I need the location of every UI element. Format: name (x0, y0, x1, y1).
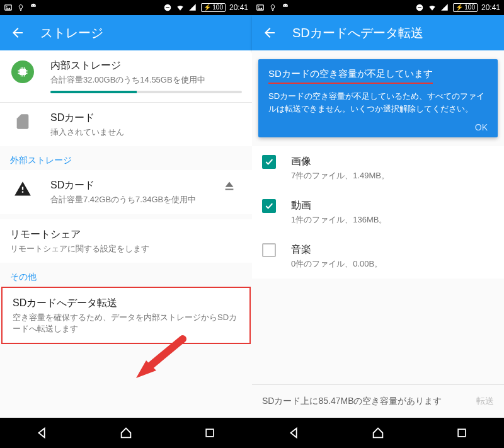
remote-title: リモートシェア (10, 228, 242, 241)
svg-rect-13 (418, 7, 421, 8)
android-icon (281, 3, 290, 12)
transfer-sub: 空き容量を確保するため、データを内部ストレージからSDカードへ転送します (13, 312, 239, 334)
svg-point-11 (286, 5, 287, 6)
svg-rect-6 (20, 69, 26, 75)
nav-back[interactable] (33, 424, 51, 442)
statusbar: ⚡100 20:41 (0, 0, 252, 15)
svg-rect-7 (206, 429, 214, 437)
content: SDカードの空き容量が不足しています SDカードの空き容量が不足しているため、す… (252, 50, 504, 418)
wifi-icon (428, 3, 437, 12)
footer-text: SDカード上に85.47MBの空き容量があります (262, 395, 469, 408)
video-title: 動画 (291, 199, 494, 212)
svg-point-3 (34, 5, 35, 6)
picture-icon (256, 3, 265, 12)
eject-button[interactable] (217, 179, 242, 193)
checkbox-video[interactable] (262, 199, 276, 213)
wifi-icon (176, 3, 185, 12)
dnd-icon (163, 3, 172, 12)
internal-progress (50, 91, 242, 93)
svg-rect-5 (166, 7, 169, 8)
navbar (0, 418, 252, 448)
checkbox-images[interactable] (262, 155, 276, 169)
warning-banner: SDカードの空き容量が不足しています SDカードの空き容量が不足しているため、す… (258, 59, 498, 137)
footer: SDカード上に85.47MBの空き容量があります 転送 (252, 384, 504, 418)
warning-icon (14, 180, 32, 198)
banner-title: SDカードの空き容量が不足しています (268, 68, 433, 84)
lightbulb-icon (268, 3, 277, 12)
images-sub: 7件のファイル、1.49MB。 (291, 170, 494, 181)
internal-title: 内部ストレージ (50, 59, 242, 72)
transfer-row[interactable]: SDカードへデータ転送 空き容量を確保するため、データを内部ストレージからSDカ… (3, 288, 249, 343)
content: 内部ストレージ 合計容量32.00GBのうち14.55GBを使用中 SDカード … (0, 50, 252, 418)
remote-sub: リモートシェアに関する設定をします (10, 243, 242, 255)
sd-ext-title: SDカード (50, 179, 202, 192)
section-external: 外部ストレージ (0, 146, 252, 170)
section-other: その他 (0, 263, 252, 287)
highlight-annotation: SDカードへデータ転送 空き容量を確保するため、データを内部ストレージからSDカ… (1, 287, 251, 344)
internal-storage-row[interactable]: 内部ストレージ 合計容量32.00GBのうち14.55GBを使用中 (0, 50, 252, 102)
page-title: SDカードへデータ転送 (292, 25, 423, 42)
battery-icon: ⚡100 (453, 3, 478, 12)
battery-text: 100 (464, 4, 475, 11)
svg-point-2 (32, 5, 33, 6)
clock: 20:41 (481, 3, 500, 12)
transfer-title: SDカードへデータ転送 (13, 297, 239, 310)
clock: 20:41 (229, 3, 248, 12)
screen-storage: ⚡100 20:41 ストレージ 内部ストレージ 合計容量32.00GBのうち1… (0, 0, 252, 448)
video-sub: 1件のファイル、136MB。 (291, 214, 494, 226)
dnd-icon (415, 3, 424, 12)
sd-empty-sub: 挿入されていません (50, 127, 242, 138)
item-video[interactable]: 動画 1件のファイル、136MB。 (252, 190, 504, 234)
picture-icon (4, 3, 13, 12)
checkbox-music[interactable] (262, 243, 276, 257)
banner-ok-button[interactable]: OK (268, 115, 488, 132)
nav-back[interactable] (285, 424, 303, 442)
back-button[interactable] (10, 25, 25, 40)
music-title: 音楽 (291, 243, 494, 256)
svg-point-9 (258, 6, 260, 8)
banner-message: SDカードの空き容量が不足しているため、すべてのファイルは転送できません。いくつ… (268, 90, 488, 115)
sd-ext-sub: 合計容量7.42GBのうち7.34GBを使用中 (50, 194, 202, 205)
nav-home[interactable] (369, 424, 387, 442)
navbar (252, 418, 504, 448)
svg-rect-14 (458, 429, 466, 437)
sd-empty-row[interactable]: SDカード 挿入されていません (0, 103, 252, 147)
sd-icon (14, 113, 32, 130)
transfer-button[interactable]: 転送 (476, 396, 494, 407)
battery-text: 100 (212, 4, 223, 11)
remote-share-row[interactable]: リモートシェア リモートシェアに関する設定をします (0, 219, 252, 263)
signal-icon (188, 3, 197, 12)
images-title: 画像 (291, 155, 494, 168)
sd-empty-title: SDカード (50, 112, 242, 125)
signal-icon (440, 3, 449, 12)
nav-recent[interactable] (201, 424, 219, 442)
page-title: ストレージ (40, 25, 103, 42)
sd-external-row[interactable]: SDカード 合計容量7.42GBのうち7.34GBを使用中 (0, 170, 252, 214)
statusbar: ⚡100 20:41 (252, 0, 504, 15)
svg-point-1 (6, 6, 8, 8)
back-button[interactable] (262, 25, 277, 40)
lightbulb-icon (16, 3, 25, 12)
battery-icon: ⚡100 (201, 3, 226, 12)
android-icon (29, 3, 38, 12)
item-images[interactable]: 画像 7件のファイル、1.49MB。 (252, 146, 504, 190)
screen-transfer: ⚡100 20:41 SDカードへデータ転送 SDカードの空き容量が不足していま… (252, 0, 504, 448)
appbar: SDカードへデータ転送 (252, 15, 504, 50)
chip-icon (11, 60, 34, 83)
nav-home[interactable] (117, 424, 135, 442)
item-music[interactable]: 音楽 0件のファイル、0.00B。 (252, 234, 504, 279)
nav-recent[interactable] (453, 424, 471, 442)
music-sub: 0件のファイル、0.00B。 (291, 258, 494, 270)
internal-sub: 合計容量32.00GBのうち14.55GBを使用中 (50, 74, 242, 86)
appbar: ストレージ (0, 15, 252, 50)
svg-point-10 (284, 5, 285, 6)
